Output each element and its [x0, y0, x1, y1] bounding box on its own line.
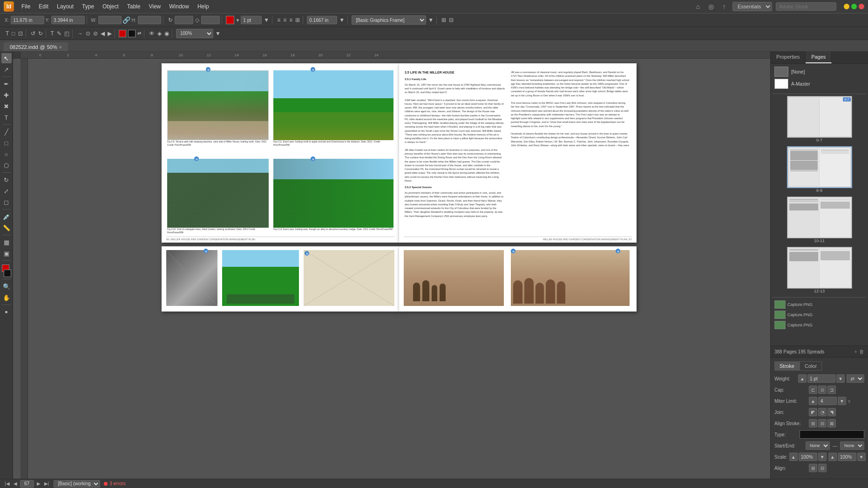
menu-file[interactable]: File [18, 2, 34, 11]
guides-icon[interactable]: ⊟ [448, 16, 454, 24]
shear-field[interactable] [201, 16, 220, 24]
story-editor-icon[interactable]: ✎ [56, 29, 62, 38]
weight-unit-select[interactable]: pt [847, 374, 864, 383]
h-field[interactable] [138, 16, 161, 24]
link-icon-1[interactable]: ⊕ [206, 67, 210, 72]
spread-thumb-10-11[interactable] [787, 197, 852, 238]
page-style-select[interactable]: [Basic] (working) [54, 480, 100, 488]
threading-icon[interactable]: → [76, 29, 84, 38]
delete-anchor-tool[interactable]: ✖ [1, 101, 12, 111]
stroke-weight-field[interactable] [241, 16, 262, 24]
miter-input[interactable] [818, 397, 837, 405]
document-tab[interactable]: 082522.indd @ 50% × [4, 42, 68, 51]
align-right-icon[interactable]: ≡ [288, 16, 293, 24]
align-left-icon[interactable]: ≡ [276, 16, 281, 24]
join-miter[interactable]: ◤ [809, 408, 817, 416]
scale-down-2[interactable]: ▼ [857, 453, 866, 461]
frame-options-icon[interactable]: ▼ [427, 16, 434, 24]
scale-input-1[interactable] [799, 453, 817, 461]
selection-tool[interactable]: ↖ [1, 53, 12, 63]
start-select[interactable]: None [806, 441, 830, 450]
measure-tool[interactable]: 📏 [1, 223, 12, 233]
next-page-btn[interactable]: ▶ [36, 480, 41, 487]
preview-toggle[interactable]: ■ [1, 307, 12, 317]
join-bevel[interactable]: ◥ [827, 408, 836, 416]
shear-icon[interactable]: ◇ [194, 16, 200, 24]
rotate-field[interactable] [175, 16, 193, 24]
view-quality-icon[interactable]: ▼ [214, 29, 222, 38]
text-options-icon[interactable]: T [50, 29, 55, 38]
scale-down-1[interactable]: ▼ [818, 453, 827, 461]
link-icon-2[interactable]: ⊕ [311, 67, 315, 72]
properties-tab[interactable]: Properties [771, 51, 806, 63]
location-icon[interactable]: ◎ [706, 2, 716, 11]
menu-edit[interactable]: Edit [35, 2, 52, 11]
object-styles-icon[interactable]: ◰ [63, 29, 70, 38]
hand-tool[interactable]: ✋ [1, 292, 12, 303]
pen-tool[interactable]: ✒ [1, 79, 12, 89]
type-swatch[interactable] [800, 430, 864, 439]
scale-input-2[interactable] [838, 453, 856, 461]
shear-tool[interactable]: ◻ [1, 197, 12, 207]
graphic-frame-icon[interactable]: ⊡ [17, 29, 24, 38]
minimize-button[interactable] [844, 4, 849, 9]
object-frame-icon[interactable]: □ [11, 29, 16, 38]
polygon-tool[interactable]: ⬡ [1, 160, 12, 170]
eyedropper-tool[interactable]: 💉 [1, 211, 12, 222]
align-center-icon[interactable]: ≡ [282, 16, 287, 24]
new-page-icon[interactable]: + [854, 349, 857, 354]
zoom-tool[interactable]: 🔍 [1, 281, 12, 291]
weight-decrease[interactable]: ▲ [798, 374, 807, 383]
miter-down[interactable]: ▼ [838, 397, 846, 405]
tab-close-button[interactable]: × [59, 45, 62, 50]
distribute-icon[interactable]: ⊞ [294, 16, 301, 24]
share-icon[interactable]: ↑ [719, 2, 729, 11]
page-number-input[interactable] [20, 480, 34, 488]
view-quality-select[interactable]: 100% [176, 29, 213, 38]
slug-mode-icon[interactable]: ◉ [163, 29, 170, 38]
background-color[interactable] [4, 270, 11, 277]
last-page-btn[interactable]: ▶| [43, 480, 50, 487]
constrain-icon[interactable]: 🔗 [122, 16, 130, 24]
link-icon-8[interactable]: ⊕ [616, 249, 620, 253]
cap-projecting[interactable]: ⊐ [827, 386, 836, 394]
menu-view[interactable]: View [145, 2, 164, 11]
home-icon[interactable]: ⌂ [693, 2, 703, 11]
type-tool[interactable]: T [1, 112, 12, 122]
ellipse-tool[interactable]: ○ [1, 149, 12, 159]
stroke-color-swatch[interactable] [226, 16, 234, 24]
menu-object[interactable]: Object [99, 2, 122, 11]
join-round[interactable]: ◔ [818, 408, 827, 416]
y-field[interactable] [51, 16, 85, 24]
weight-input[interactable] [807, 374, 835, 383]
align-opt-2[interactable]: ⊟ [818, 464, 827, 472]
rotate-tool[interactable]: ↻ [1, 175, 12, 185]
next-page-icon[interactable]: ▶ [107, 29, 113, 38]
master-none[interactable]: [None] [773, 66, 866, 78]
first-page-btn[interactable]: |◀ [4, 480, 11, 487]
direct-select-tool[interactable]: ↗ [1, 64, 12, 75]
miter-up[interactable]: ▲ [809, 397, 817, 405]
zoom-options-icon[interactable]: ▼ [338, 16, 346, 24]
file-item-3[interactable]: Capture.PNG [773, 320, 866, 330]
fill-color[interactable] [119, 30, 126, 37]
file-item-1[interactable]: Capture.PNG [773, 299, 866, 310]
undo-icon[interactable]: ↺ [30, 29, 36, 38]
link-icon-4[interactable]: ⊕ [311, 156, 315, 161]
align-inside-stroke[interactable]: ⊟ [818, 419, 827, 427]
redo-icon[interactable]: ↻ [37, 29, 44, 38]
unlink-icon[interactable]: ⊘ [92, 29, 99, 38]
spread-thumb-12-13[interactable] [787, 247, 852, 289]
gradient-tool[interactable]: ▦ [1, 237, 12, 247]
menu-window[interactable]: Window [165, 2, 193, 11]
maximize-button[interactable] [851, 4, 857, 9]
swap-colors-icon[interactable]: ⇄ [136, 30, 142, 37]
link-icon-5[interactable]: ⊕ [203, 249, 208, 253]
preview-mode-icon[interactable]: 👁 [148, 29, 156, 38]
align-outside-stroke[interactable]: ⊠ [827, 419, 836, 427]
menu-help[interactable]: Help [194, 2, 213, 11]
bleed-mode-icon[interactable]: ◈ [156, 29, 163, 38]
scale-tool[interactable]: ⤢ [1, 186, 12, 196]
scale-up-2[interactable]: ▲ [828, 453, 837, 461]
align-opt-1[interactable]: ⊞ [809, 464, 817, 472]
